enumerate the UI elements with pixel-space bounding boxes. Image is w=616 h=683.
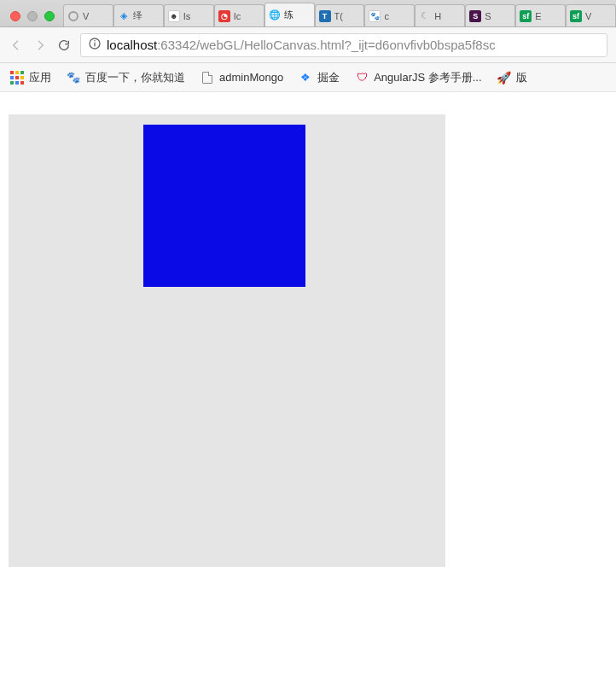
url-text: localhost:63342/webGL/HelloCanvas.html?_… (107, 38, 496, 52)
apps-icon (10, 71, 24, 85)
document-icon (200, 71, 214, 85)
sf-icon: sf (520, 10, 532, 22)
arrow-left-icon (9, 38, 23, 52)
svg-rect-1 (94, 43, 95, 47)
cube-icon: ◈ (118, 10, 130, 22)
browser-toolbar: localhost:63342/webGL/HelloCanvas.html?_… (0, 27, 616, 63)
bookmark-juejin[interactable]: ❖ 掘金 (299, 70, 340, 85)
minimize-window-button[interactable] (27, 11, 38, 21)
reload-button[interactable] (56, 38, 72, 53)
bookmark-label: 掘金 (317, 70, 340, 85)
globe-icon: 🌐 (269, 9, 281, 21)
tab-7[interactable]: ☾ H (415, 4, 465, 26)
url-host: localhost (107, 38, 157, 52)
site-info-icon[interactable] (88, 37, 102, 53)
tab-2[interactable]: ☻ Is (164, 4, 214, 26)
bookmark-label: 版 (516, 70, 527, 85)
window-controls (3, 11, 63, 26)
tab-label: H (434, 11, 441, 21)
juejin-icon: ❖ (299, 71, 312, 85)
tab-label: 练 (284, 9, 293, 21)
page-viewport (0, 92, 616, 683)
close-window-button[interactable] (10, 11, 20, 21)
bookmarks-bar: 应用 🐾 百度一下，你就知道 adminMongo ❖ 掘金 🛡 Angular… (0, 63, 616, 92)
red-square-icon: ◔ (218, 10, 230, 22)
tab-0[interactable]: V (63, 4, 113, 26)
canvas-element (9, 114, 445, 567)
sf-icon: sf (570, 10, 582, 22)
blue-t-icon: T (319, 10, 331, 22)
tab-10[interactable]: sf V (566, 4, 616, 26)
tab-6[interactable]: 🐾 c (364, 4, 415, 26)
blue-square (143, 125, 305, 287)
bookmark-label: 应用 (29, 70, 51, 85)
tab-9[interactable]: sf E (515, 4, 566, 26)
bookmark-last[interactable]: 🚀 版 (497, 70, 527, 85)
paw-icon: 🐾 (369, 10, 381, 22)
tab-label: c (384, 11, 389, 21)
url-path: /webGL/HelloCanvas.html?_ijt=d6onvfivb0b… (196, 38, 496, 52)
angular-icon: 🛡 (355, 71, 369, 85)
address-bar[interactable]: localhost:63342/webGL/HelloCanvas.html?_… (80, 33, 607, 57)
paw-icon: 🐾 (67, 71, 80, 85)
slack-icon: S (469, 10, 481, 22)
arrow-right-icon (33, 38, 47, 52)
bookmark-label: adminMongo (219, 71, 283, 84)
tab-4-active[interactable]: 🌐 练 (264, 3, 315, 26)
tab-label: V (83, 11, 89, 21)
bookmark-apps[interactable]: 应用 (10, 70, 51, 85)
location-pin-icon (67, 10, 79, 22)
tab-label: V (585, 11, 591, 21)
rocket-icon: 🚀 (497, 71, 511, 85)
tab-label: T( (334, 11, 343, 21)
tab-3[interactable]: ◔ Ic (214, 4, 264, 26)
bookmark-label: AngularJS 参考手册... (374, 70, 481, 85)
maximize-window-button[interactable] (44, 11, 55, 21)
tab-label: S (485, 11, 491, 21)
tab-8[interactable]: S S (465, 4, 515, 26)
tab-label: Is (183, 11, 191, 21)
tab-label: E (535, 11, 541, 21)
forward-button[interactable] (32, 38, 48, 53)
url-port: :63342 (157, 38, 196, 52)
tab-1[interactable]: ◈ 绎 (113, 4, 164, 26)
crescent-icon: ☾ (419, 10, 431, 22)
tab-5[interactable]: T T( (315, 4, 365, 26)
back-button[interactable] (9, 38, 24, 53)
reload-icon (57, 38, 71, 52)
tab-label: Ic (234, 11, 241, 21)
tab-strip: V ◈ 绎 ☻ Is ◔ Ic 🌐 练 T T( 🐾 c ☾ H S S sf … (0, 0, 616, 27)
bookmark-angularjs[interactable]: 🛡 AngularJS 参考手册... (355, 70, 481, 85)
svg-rect-2 (94, 40, 95, 41)
github-icon: ☻ (168, 10, 180, 22)
bookmark-baidu[interactable]: 🐾 百度一下，你就知道 (67, 70, 185, 85)
bookmark-label: 百度一下，你就知道 (85, 70, 185, 85)
bookmark-adminmongo[interactable]: adminMongo (200, 71, 283, 85)
tab-label: 绎 (133, 9, 142, 22)
